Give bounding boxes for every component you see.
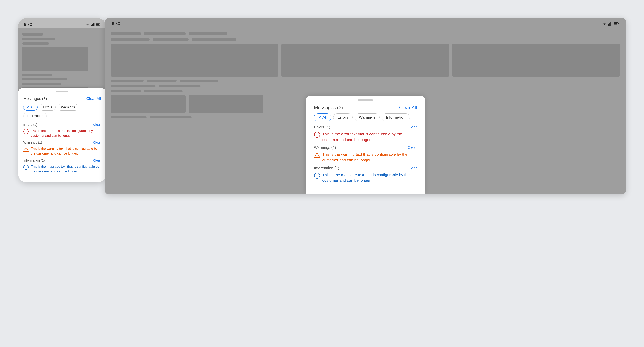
phone-warnings-clear-button[interactable]: Clear <box>93 141 101 144</box>
tablet-signal-icon <box>608 22 612 25</box>
phone-time: 9:30 <box>24 22 32 27</box>
phone-chip-warnings-label: Warnings <box>61 105 75 109</box>
phone-clear-all-button[interactable]: Clear All <box>86 96 101 101</box>
phone-errors-section: Errors (1) Clear This is the error text … <box>23 123 101 138</box>
tablet-info-item: This is the message text that is configu… <box>314 172 417 183</box>
tablet-status-icons <box>602 22 619 25</box>
phone-drag-handle[interactable] <box>56 91 68 92</box>
info-icon <box>23 165 29 170</box>
phone-info-item: This is the message text that is configu… <box>23 164 101 174</box>
tablet-error-text: This is the error text that is configura… <box>322 131 417 143</box>
tablet-skeleton-row-1 <box>111 32 620 35</box>
phone-chip-all-label: All <box>30 105 34 109</box>
phone-info-section: Information (1) Clear This is the messag… <box>23 159 101 174</box>
tablet-chip-all-label: All <box>322 115 327 120</box>
phone-chip-errors[interactable]: Errors <box>40 104 56 110</box>
phone-status-icons <box>86 23 100 26</box>
phone-warnings-title: Warnings (1) <box>23 141 42 144</box>
tablet-error-icon <box>314 132 320 138</box>
tablet-chip-warnings[interactable]: Warnings <box>354 113 380 121</box>
svg-point-12 <box>26 150 26 151</box>
tablet-errors-section: Errors (1) Clear This is the error text … <box>314 125 417 143</box>
phone-panel-header: Messages (3) Clear All <box>23 96 101 101</box>
phone-warnings-header: Warnings (1) Clear <box>23 141 101 144</box>
phone-screen-background: Messages (3) Clear All ✓ All Errors Warn… <box>18 28 106 182</box>
svg-rect-2 <box>92 24 93 26</box>
tablet-wifi-icon <box>602 22 607 25</box>
tablet-panel-title: Messages (3) <box>314 105 343 110</box>
tablet-bottom-sheet: Messages (3) Clear All ✓ All Errors Warn… <box>306 96 425 194</box>
tablet-warnings-title: Warnings (1) <box>314 145 336 150</box>
svg-rect-19 <box>610 22 611 25</box>
tablet-status-bar: 9:30 <box>105 18 626 27</box>
tablet-panel-header: Messages (3) Clear All <box>314 105 417 110</box>
battery-icon <box>96 23 100 26</box>
svg-rect-6 <box>96 24 99 25</box>
tablet-skeleton-row-5 <box>111 85 620 87</box>
phone-info-title: Information (1) <box>23 159 45 162</box>
svg-rect-1 <box>91 25 92 26</box>
svg-point-0 <box>88 25 88 26</box>
tablet-warnings-clear-button[interactable]: Clear <box>408 145 417 150</box>
chip-check-icon: ✓ <box>27 105 29 109</box>
tablet-chip-errors-label: Errors <box>338 115 348 120</box>
svg-rect-22 <box>614 23 617 24</box>
phone-errors-header: Errors (1) Clear <box>23 123 101 127</box>
phone-chip-information-label: Information <box>27 114 43 118</box>
phone-chip-warnings[interactable]: Warnings <box>58 104 78 110</box>
svg-rect-4 <box>94 23 94 26</box>
tablet-errors-header: Errors (1) Clear <box>314 125 417 129</box>
tablet-chip-errors[interactable]: Errors <box>333 113 352 121</box>
tablet-warnings-section: Warnings (1) Clear This is the warning t… <box>314 145 417 163</box>
tablet-chip-warnings-label: Warnings <box>359 115 375 120</box>
phone-status-bar: 9:30 <box>18 18 106 28</box>
wifi-icon <box>86 23 90 26</box>
tablet-clear-all-button[interactable]: Clear All <box>399 105 417 110</box>
tablet-info-text: This is the message text that is configu… <box>322 172 417 183</box>
phone-info-text: This is the message text that is configu… <box>31 164 101 174</box>
phone-chip-information[interactable]: Information <box>23 113 47 119</box>
tablet-chip-information-label: Information <box>386 115 406 120</box>
phone-info-clear-button[interactable]: Clear <box>93 159 101 162</box>
tablet-errors-title: Errors (1) <box>314 125 330 129</box>
phone-bottom-sheet: Messages (3) Clear All ✓ All Errors Warn… <box>18 88 106 182</box>
tablet-chip-check-icon: ✓ <box>318 115 321 119</box>
phone-chip-all[interactable]: ✓ All <box>23 104 38 110</box>
tablet-battery-icon <box>614 22 619 25</box>
tablet-info-clear-button[interactable]: Clear <box>408 166 417 170</box>
svg-point-28 <box>317 156 317 157</box>
svg-rect-18 <box>610 23 610 25</box>
phone-warnings-section: Warnings (1) Clear This is the warning t… <box>23 141 101 156</box>
phone-errors-title: Errors (1) <box>23 123 37 127</box>
phone-panel-title: Messages (3) <box>23 96 47 101</box>
svg-rect-3 <box>93 23 94 26</box>
phone-errors-clear-button[interactable]: Clear <box>93 123 101 127</box>
phone-frame: 9:30 <box>18 18 106 182</box>
svg-point-30 <box>317 174 317 175</box>
phone-filter-chips: ✓ All Errors Warnings Information <box>23 104 101 119</box>
tablet-skeleton-row-6 <box>111 90 620 92</box>
tablet-info-icon <box>314 172 320 179</box>
warning-icon <box>23 147 29 152</box>
tablet-time: 9:30 <box>112 21 120 26</box>
tablet-frame: 9:30 <box>105 18 626 194</box>
tablet-warning-icon <box>314 152 320 158</box>
phone-info-header: Information (1) Clear <box>23 159 101 162</box>
tablet-skeleton-row-2 <box>111 38 620 41</box>
svg-point-16 <box>604 25 605 25</box>
tablet-drag-handle[interactable] <box>358 99 373 101</box>
phone-error-item: This is the error text that is configura… <box>23 128 101 138</box>
svg-rect-17 <box>608 24 609 25</box>
tablet-chip-all[interactable]: ✓ All <box>314 113 331 121</box>
phone-warning-text: This is the warning text that is configu… <box>31 146 101 156</box>
tablet-warning-item: This is the warning text that is configu… <box>314 152 417 163</box>
tablet-skeleton-row-3 <box>111 44 620 77</box>
phone-error-text: This is the error text that is configura… <box>31 128 101 138</box>
tablet-chip-information[interactable]: Information <box>382 113 410 121</box>
signal-icon <box>91 23 94 26</box>
tablet-errors-clear-button[interactable]: Clear <box>408 125 417 129</box>
tablet-error-item: This is the error text that is configura… <box>314 131 417 143</box>
phone-warning-item: This is the warning text that is configu… <box>23 146 101 156</box>
tablet-screen: Messages (3) Clear All ✓ All Errors Warn… <box>105 27 626 194</box>
svg-point-9 <box>26 132 26 133</box>
